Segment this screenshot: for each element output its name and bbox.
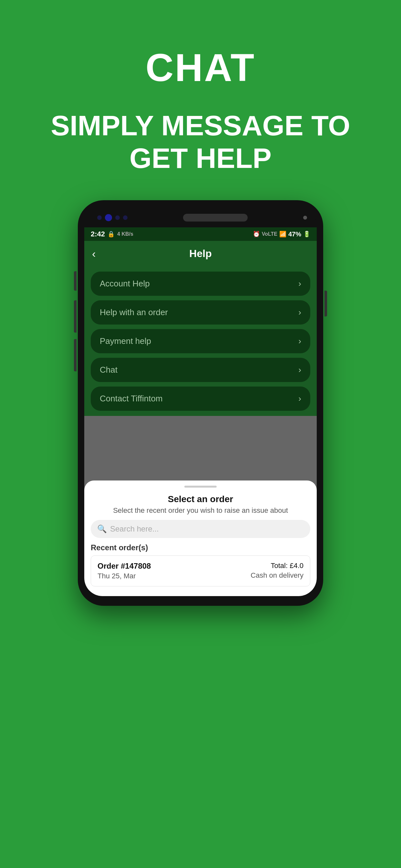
battery-icon: 🔋 <box>303 230 310 238</box>
sheet-title: Select an order <box>84 491 317 506</box>
volume-up-button <box>74 300 76 333</box>
gray-background <box>84 416 317 480</box>
menu-item-help-order[interactable]: Help with an order › <box>91 300 310 324</box>
menu-item-payment-label: Payment help <box>100 336 151 346</box>
battery-label: 47% <box>288 230 301 238</box>
alarm-icon: ⏰ <box>253 230 260 238</box>
chevron-icon-contact: › <box>298 394 301 404</box>
camera-cluster <box>97 214 127 221</box>
order-right-info: Total: £4.0 Cash on delivery <box>251 562 304 580</box>
signal-icon: 📶 <box>279 230 286 238</box>
camera-dot-1 <box>97 215 102 220</box>
front-camera <box>303 216 307 220</box>
handle-bar <box>184 486 217 488</box>
chevron-icon-account: › <box>298 279 301 289</box>
order-payment: Cash on delivery <box>251 571 304 580</box>
chevron-icon-chat: › <box>298 365 301 375</box>
menu-item-help-order-label: Help with an order <box>100 307 168 317</box>
menu-item-contact-label: Contact Tiffintom <box>100 394 163 404</box>
hero-subtitle: SIMPLY MESSAGE TO GET HELP <box>0 109 401 175</box>
phone-mockup: 2:42 🔒 4 KB/s ⏰ VoLTE 📶 47% 🔋 ‹ Help <box>78 200 323 606</box>
menu-item-account-help[interactable]: Account Help › <box>91 272 310 296</box>
sheet-subtitle: Select the recent order you wish to rais… <box>84 506 317 520</box>
status-bar: 2:42 🔒 4 KB/s ⏰ VoLTE 📶 47% 🔋 <box>84 227 317 241</box>
app-header: ‹ Help <box>84 241 317 267</box>
mute-button <box>74 271 76 290</box>
status-time: 2:42 <box>91 230 105 238</box>
power-button <box>325 290 327 316</box>
camera-dot-2 <box>115 215 120 220</box>
lock-icon: 🔒 <box>107 230 115 238</box>
menu-item-account-help-label: Account Help <box>100 279 150 289</box>
menu-item-chat-label: Chat <box>100 365 118 375</box>
data-speed: 4 KB/s <box>117 231 133 237</box>
notch-speaker <box>183 214 248 221</box>
back-button[interactable]: ‹ <box>92 247 96 260</box>
status-right: ⏰ VoLTE 📶 47% 🔋 <box>253 230 310 238</box>
menu-item-chat[interactable]: Chat › <box>91 358 310 382</box>
order-date: Thu 25, Mar <box>97 572 151 580</box>
phone-notch <box>84 208 317 227</box>
chevron-icon-order: › <box>298 307 301 317</box>
menu-item-payment[interactable]: Payment help › <box>91 329 310 353</box>
menu-container: Account Help › Help with an order › Paym… <box>84 267 317 416</box>
sheet-handle <box>84 480 317 491</box>
notch-right-sensors <box>303 216 307 220</box>
camera-dot-3 <box>123 215 127 220</box>
phone-screen: 2:42 🔒 4 KB/s ⏰ VoLTE 📶 47% 🔋 ‹ Help <box>84 227 317 596</box>
volume-down-button <box>74 339 76 371</box>
order-item-1[interactable]: Order #147808 Thu 25, Mar Total: £4.0 Ca… <box>91 555 310 586</box>
search-bar[interactable]: 🔍 Search here... <box>91 520 310 538</box>
camera-dot-main <box>105 214 112 221</box>
screen-title: Help <box>189 248 212 259</box>
order-left-info: Order #147808 Thu 25, Mar <box>97 562 151 580</box>
status-left: 2:42 🔒 4 KB/s <box>91 230 133 238</box>
search-icon: 🔍 <box>97 524 107 533</box>
bottom-sheet: Select an order Select the recent order … <box>84 480 317 596</box>
order-number: Order #147808 <box>97 562 151 570</box>
order-total: Total: £4.0 <box>271 562 304 570</box>
recent-orders-label: Recent order(s) <box>84 543 317 555</box>
menu-item-contact[interactable]: Contact Tiffintom › <box>91 386 310 411</box>
chevron-icon-payment: › <box>298 336 301 346</box>
hero-title: CHAT <box>146 45 255 90</box>
search-input[interactable]: Search here... <box>110 524 159 533</box>
volte-label: VoLTE <box>262 231 277 237</box>
